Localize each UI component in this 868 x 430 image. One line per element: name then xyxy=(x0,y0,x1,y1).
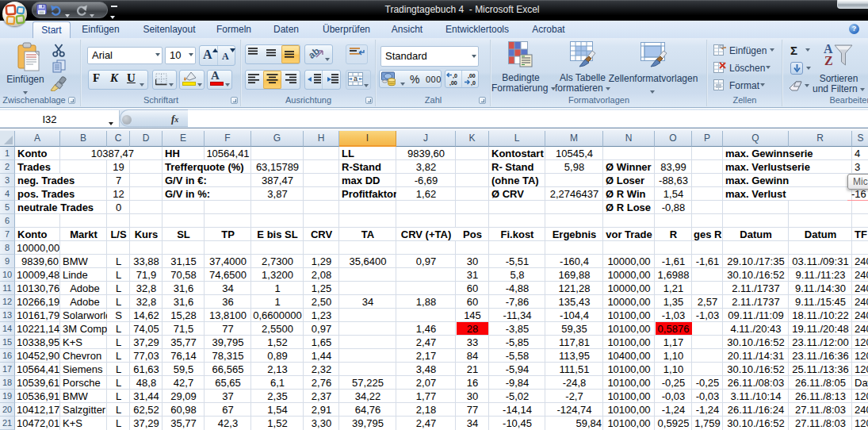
svg-text:,0: ,0 xyxy=(471,80,476,86)
svg-text:,00: ,00 xyxy=(449,80,457,86)
svg-text:,0: ,0 xyxy=(453,73,457,79)
svg-text:a: a xyxy=(354,75,358,83)
svg-text:,00: ,00 xyxy=(468,73,476,79)
